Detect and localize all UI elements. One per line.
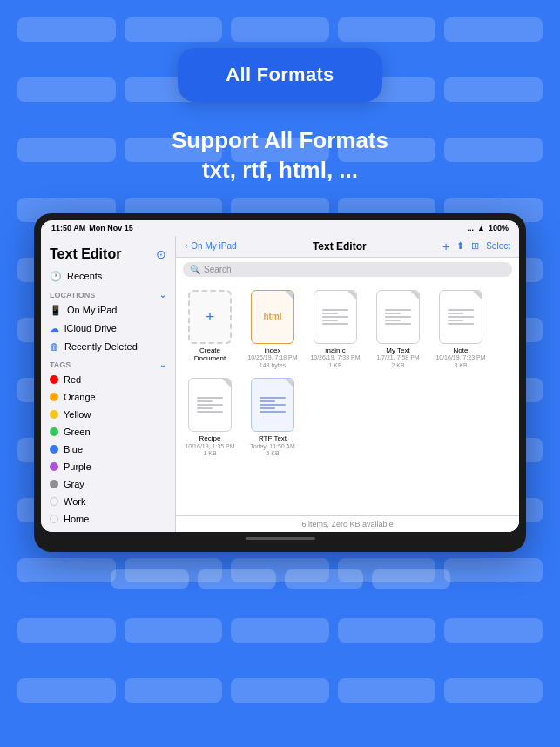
sidebar: Text Editor ⊙ 🕐 Recents Locations ⌄ �	[41, 236, 176, 532]
wifi-icon: ▲	[477, 224, 485, 232]
status-bar: 11:50 AM Mon Nov 15 ... ▲ 100%	[41, 220, 519, 236]
file-item-create[interactable]: + CreateDocument	[183, 290, 237, 369]
pill-label: All Formats	[226, 64, 334, 85]
file-label-rtf-text: RTF Text	[259, 434, 287, 443]
file-label-my-text: My Text	[386, 347, 409, 355]
sidebar-item-tag-green[interactable]: Green	[41, 423, 175, 441]
file-item-rtf-text[interactable]: RTF Text Today, 11:50 AM 5 KB	[246, 378, 300, 457]
nav-view-icon[interactable]: ⊞	[471, 240, 479, 252]
sidebar-item-on-my-ipad[interactable]: 📱 On My iPad	[41, 301, 175, 320]
all-formats-button[interactable]: All Formats	[178, 48, 381, 102]
ipad-mockup: 11:50 AM Mon Nov 15 ... ▲ 100% Text Edit…	[34, 213, 526, 552]
file-label-note: Note	[454, 347, 469, 355]
bottom-tile-1	[111, 569, 189, 589]
bottom-tile-3	[285, 569, 363, 589]
trash-icon: 🗑	[50, 341, 59, 352]
bottom-tile-4	[372, 569, 450, 589]
nav-share-icon[interactable]: ⬆	[456, 240, 464, 252]
file-item-recipe[interactable]: Recipe 10/16/19, 1:35 PM 1 KB	[183, 378, 237, 457]
file-icon-rtf-text	[251, 378, 294, 432]
sidebar-item-tag-important[interactable]: Important	[41, 528, 175, 532]
file-label-recipe: Recipe	[199, 434, 221, 443]
ipad-screen: 11:50 AM Mon Nov 15 ... ▲ 100% Text Edit…	[41, 220, 519, 532]
corner-fold	[285, 291, 293, 299]
sidebar-item-tag-blue[interactable]: Blue	[41, 441, 175, 458]
corner-fold	[473, 291, 482, 299]
nav-title: Text Editor	[237, 240, 442, 252]
file-label-index: index	[264, 347, 280, 355]
file-item-my-text[interactable]: My Text 1/7/21, 7:58 PM 2 KB	[371, 290, 425, 369]
nav-select-button[interactable]: Select	[486, 241, 510, 251]
file-item-note[interactable]: Note 10/16/19, 7:23 PM 3 KB	[434, 290, 488, 369]
cloud-icon: ☁	[50, 323, 59, 334]
corner-fold	[410, 291, 419, 299]
sidebar-item-tag-home[interactable]: Home	[41, 510, 175, 528]
main-content-area: ‹ On My iPad Text Editor + ⬆ ⊞ Select	[176, 236, 519, 532]
clock-icon: 🕐	[50, 271, 62, 282]
files-app: Text Editor ⊙ 🕐 Recents Locations ⌄ �	[41, 236, 519, 532]
on-my-ipad-label: On My iPad	[67, 305, 117, 315]
tag-yellow-dot	[50, 410, 58, 419]
file-label-main-c: main.c	[325, 347, 346, 355]
bottom-tiles	[111, 569, 450, 589]
file-item-main-c[interactable]: main.c 10/26/19, 7:38 PM 1 KB	[308, 290, 362, 369]
status-time: 11:50 AM	[51, 224, 85, 232]
back-chevron-icon: ‹	[185, 241, 187, 251]
tag-purple-dot	[50, 462, 58, 471]
sidebar-item-tag-orange[interactable]: Orange	[41, 388, 175, 406]
sidebar-header: Text Editor ⊙	[41, 243, 175, 267]
sidebar-item-recents[interactable]: 🕐 Recents	[41, 267, 175, 286]
nav-back[interactable]: ‹ On My iPad	[185, 241, 237, 251]
file-icon-note	[439, 290, 482, 344]
tag-work-dot	[50, 497, 58, 506]
recently-deleted-label: Recently Deleted	[64, 341, 138, 352]
headline-line2: txt, rtf, html, ...	[172, 156, 388, 185]
tag-green-dot	[50, 427, 58, 436]
home-bar-indicator	[246, 537, 315, 540]
file-icon-index: html	[251, 290, 294, 344]
sidebar-item-tag-work[interactable]: Work	[41, 493, 175, 510]
file-icon-my-text	[376, 290, 420, 344]
sidebar-item-tag-yellow[interactable]: Yellow	[41, 406, 175, 423]
sidebar-item-tag-gray[interactable]: Gray	[41, 475, 175, 493]
footer-text: 6 items, Zero KB available	[301, 520, 393, 528]
battery-indicator: 100%	[489, 224, 509, 232]
file-label-create: CreateDocument	[194, 347, 226, 363]
sidebar-item-icloud-drive[interactable]: ☁ iCloud Drive	[41, 320, 175, 338]
search-icon: 🔍	[190, 265, 200, 274]
tag-home-dot	[50, 515, 58, 523]
sidebar-edit-icon[interactable]: ⊙	[156, 247, 166, 261]
file-item-index[interactable]: html index 10/26/19, 7:18 PM 143 bytes	[246, 290, 300, 369]
locations-section-label: Locations ⌄	[41, 286, 175, 301]
sidebar-item-tag-purple[interactable]: Purple	[41, 458, 175, 475]
tags-section-label: Tags ⌄	[41, 355, 175, 371]
icloud-label: iCloud Drive	[64, 323, 117, 333]
nav-bar: ‹ On My iPad Text Editor + ⬆ ⊞ Select	[176, 236, 519, 258]
tag-blue-dot	[50, 445, 58, 454]
search-placeholder: Search	[204, 265, 232, 274]
files-grid: + CreateDocument html index 10/26/19, 7:	[176, 281, 519, 515]
status-dots: ...	[468, 224, 475, 232]
tag-gray-dot	[50, 480, 58, 488]
sidebar-item-tag-red[interactable]: Red	[41, 371, 175, 388]
status-day: Mon Nov 15	[89, 224, 133, 232]
tag-orange-dot	[50, 393, 58, 401]
create-plus-icon: +	[206, 309, 215, 325]
sidebar-item-recently-deleted[interactable]: 🗑 Recently Deleted	[41, 338, 175, 355]
ipad-home-bar	[41, 532, 519, 545]
corner-fold	[347, 291, 356, 299]
headline-line1: Support All Formats	[172, 126, 388, 156]
tag-red-dot	[50, 375, 58, 384]
bottom-tile-2	[198, 569, 276, 589]
search-input[interactable]: 🔍 Search	[183, 262, 512, 277]
locations-collapse-icon[interactable]: ⌄	[159, 291, 166, 299]
status-bar-right: ... ▲ 100%	[468, 224, 509, 232]
sidebar-app-title: Text Editor	[50, 246, 121, 262]
tags-collapse-icon[interactable]: ⌄	[159, 360, 166, 369]
create-document-icon: +	[188, 290, 232, 344]
corner-fold	[222, 379, 231, 387]
file-icon-recipe	[188, 378, 232, 432]
nav-add-button[interactable]: +	[442, 239, 449, 253]
ipad-icon: 📱	[50, 305, 62, 316]
footer-status: 6 items, Zero KB available	[176, 515, 519, 532]
